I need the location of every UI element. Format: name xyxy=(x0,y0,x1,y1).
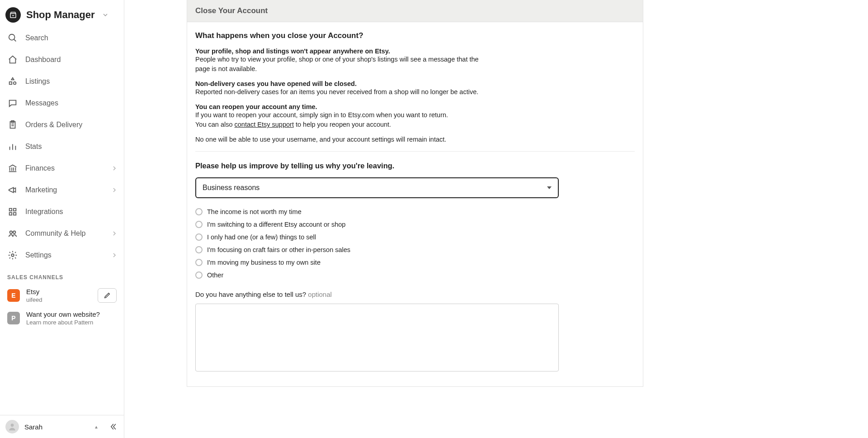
pencil-icon xyxy=(104,292,111,299)
info-note: No one will be able to use your username… xyxy=(195,136,635,143)
nav-integrations[interactable]: Integrations xyxy=(0,201,124,223)
svg-point-1 xyxy=(9,34,15,40)
info-strong: Non-delivery cases you have opened will … xyxy=(195,80,485,87)
radio-option[interactable]: Other xyxy=(195,271,635,279)
nav-settings[interactable]: Settings xyxy=(0,244,124,266)
channel-subtitle: Learn more about Pattern xyxy=(26,319,100,326)
search-icon xyxy=(7,33,18,43)
info-block: Non-delivery cases you have opened will … xyxy=(195,80,485,97)
info-desc: If you want to reopen your account, simp… xyxy=(195,110,485,120)
panel-heading: What happens when you close your Account… xyxy=(195,31,635,40)
gear-icon xyxy=(7,250,18,261)
etsy-badge-icon: E xyxy=(7,289,20,302)
sidebar: Shop Manager Search Dashboard xyxy=(0,0,124,438)
info-strong: You can reopen your account any time. xyxy=(195,103,485,110)
home-icon xyxy=(7,54,18,65)
radio-option[interactable]: I'm focusing on craft fairs or other in-… xyxy=(195,246,635,253)
nav-label: Community & Help xyxy=(25,229,105,238)
reason-radio-group: The income is not worth my time I'm swit… xyxy=(195,208,635,279)
improve-title: Please help us improve by telling us why… xyxy=(195,162,635,170)
brand-icon xyxy=(5,7,21,23)
channel-subtitle: uifeed xyxy=(26,296,42,303)
info-desc: People who try to view your profile, sho… xyxy=(195,55,485,74)
extra-comment-label: Do you have anything else to tell us? op… xyxy=(195,290,635,298)
nav-label: Messages xyxy=(25,99,117,107)
nav-label: Search xyxy=(25,34,117,42)
nav-label: Marketing xyxy=(25,186,105,194)
nav-stats[interactable]: Stats xyxy=(0,136,124,157)
radio-icon xyxy=(195,246,203,253)
user-menu[interactable]: Sarah ▲ xyxy=(0,415,124,438)
radio-label: I'm moving my business to my own site xyxy=(207,259,321,266)
caret-down-icon xyxy=(547,186,552,189)
radio-icon xyxy=(195,221,203,228)
svg-point-24 xyxy=(11,424,14,427)
info-desc: Reported non-delivery cases for an items… xyxy=(195,87,485,97)
nav-label: Dashboard xyxy=(25,56,117,64)
chevron-right-icon xyxy=(112,165,117,172)
sales-channels-header: SALES CHANNELS xyxy=(0,266,124,284)
extra-comment-textarea[interactable] xyxy=(195,304,559,371)
chevron-right-icon xyxy=(112,230,117,237)
panel-title: Close Your Account xyxy=(187,0,643,22)
grid-icon xyxy=(7,206,18,217)
info-block: Your profile, shop and listings won't ap… xyxy=(195,48,485,74)
nav-finances[interactable]: Finances xyxy=(0,157,124,179)
divider xyxy=(195,151,635,152)
main-content: Close Your Account What happens when you… xyxy=(124,0,868,438)
collapse-sidebar-button[interactable] xyxy=(108,421,118,432)
channel-etsy[interactable]: E Etsy uifeed xyxy=(0,284,124,307)
optional-tag: optional xyxy=(308,290,332,298)
nav-orders[interactable]: Orders & Delivery xyxy=(0,114,124,136)
radio-label: I'm focusing on craft fairs or other in-… xyxy=(207,246,350,253)
radio-icon xyxy=(195,208,203,215)
nav-label: Orders & Delivery xyxy=(25,121,117,129)
channel-pattern[interactable]: P Want your own website? Learn more abou… xyxy=(0,307,124,329)
radio-option[interactable]: I'm switching to a different Etsy accoun… xyxy=(195,221,635,228)
radio-icon xyxy=(195,259,203,266)
radio-option[interactable]: I only had one (or a few) things to sell xyxy=(195,233,635,241)
nav-community[interactable]: Community & Help xyxy=(0,223,124,244)
radio-label: I'm switching to a different Etsy accoun… xyxy=(207,221,345,228)
text: to help you reopen your account. xyxy=(294,121,391,128)
radio-label: I only had one (or a few) things to sell xyxy=(207,233,316,241)
info-strong: Your profile, shop and listings won't ap… xyxy=(195,48,485,55)
radio-option[interactable]: The income is not worth my time xyxy=(195,208,635,215)
radio-label: Other xyxy=(207,271,223,279)
brand-switcher[interactable]: Shop Manager xyxy=(0,0,124,27)
nav-messages[interactable]: Messages xyxy=(0,92,124,114)
svg-rect-17 xyxy=(9,209,12,211)
select-value: Business reasons xyxy=(203,184,259,192)
svg-rect-18 xyxy=(14,209,16,211)
svg-point-23 xyxy=(11,254,14,257)
svg-point-22 xyxy=(13,231,15,234)
channel-title: Etsy xyxy=(26,288,42,295)
pattern-badge-icon: P xyxy=(7,312,20,324)
nav-label: Settings xyxy=(25,251,105,259)
user-name: Sarah xyxy=(24,423,89,431)
svg-rect-20 xyxy=(14,213,16,215)
svg-rect-19 xyxy=(9,213,12,215)
chevron-right-icon xyxy=(112,252,117,259)
reason-select[interactable]: Business reasons xyxy=(195,177,559,198)
nav-dashboard[interactable]: Dashboard xyxy=(0,49,124,71)
nav-label: Stats xyxy=(25,143,117,151)
bank-icon xyxy=(7,163,18,174)
channel-title: Want your own website? xyxy=(26,310,100,318)
nav-listings[interactable]: Listings xyxy=(0,71,124,92)
nav-label: Integrations xyxy=(25,208,117,216)
people-icon xyxy=(7,228,18,239)
bar-chart-icon xyxy=(7,141,18,152)
svg-point-21 xyxy=(10,231,12,234)
svg-point-4 xyxy=(14,82,16,85)
nav-search[interactable]: Search xyxy=(0,27,124,49)
contact-support-link[interactable]: contact Etsy support xyxy=(235,121,294,128)
nav-label: Listings xyxy=(25,77,117,86)
text: Do you have anything else to tell us? xyxy=(195,290,306,298)
close-account-panel: Close Your Account What happens when you… xyxy=(187,0,643,387)
radio-option[interactable]: I'm moving my business to my own site xyxy=(195,259,635,266)
edit-channel-button[interactable] xyxy=(98,288,117,303)
svg-rect-3 xyxy=(9,82,12,85)
nav-marketing[interactable]: Marketing xyxy=(0,179,124,201)
radio-icon xyxy=(195,271,203,279)
